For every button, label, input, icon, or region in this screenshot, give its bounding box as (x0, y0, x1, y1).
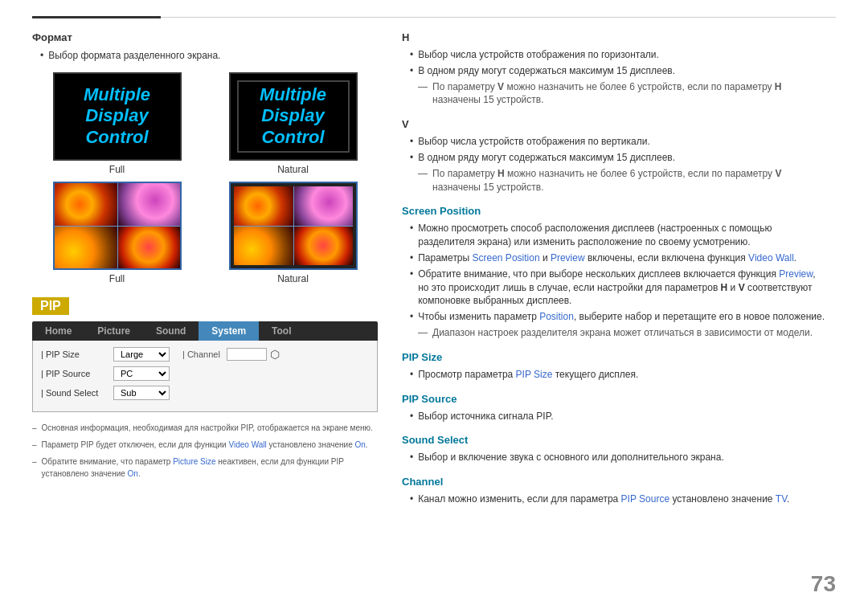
image-overlay-text-2: MultipleDisplayControl (260, 84, 326, 148)
format-grid: MultipleDisplayControl Full MultipleDisp… (32, 72, 378, 284)
sound-select-bullet: Выбор и включение звука с основного или … (402, 451, 828, 464)
format-section: Формат Выбор формата разделенного экрана… (32, 31, 378, 61)
pip-label: PIP (32, 297, 378, 321)
image-overlay-text: MultipleDisplayControl (84, 84, 150, 148)
sp-dash: Диапазон настроек разделителя экрана мож… (402, 326, 828, 340)
format-bullet: Выбор формата разделенного экрана. (32, 50, 378, 61)
pip-source-title: PIP Source (402, 393, 828, 405)
format-photo-full (53, 182, 182, 270)
left-column: Формат Выбор формата разделенного экрана… (32, 31, 378, 597)
screen-position-section: Screen Position Можно просмотреть способ… (402, 205, 828, 339)
v-bullet-2: В одном ряду могут содержаться максимум … (402, 151, 828, 165)
format-label-natural-text: Natural (277, 164, 309, 175)
format-item-photo-full: Full (32, 182, 202, 284)
h-section: H Выбор числа устройств отображения по г… (402, 31, 828, 107)
pip-size-row: | PIP Size Large Medium Small | Channel … (41, 347, 369, 362)
pip-source-section: PIP Source Выбор источника сигнала PIP. (402, 393, 828, 423)
h-bullet-2: В одном ряду могут содержаться максимум … (402, 64, 828, 78)
h-title: H (402, 31, 828, 43)
channel-title: Channel (402, 476, 828, 488)
screen-position-title: Screen Position (402, 205, 828, 217)
right-column: H Выбор числа устройств отображения по г… (402, 31, 836, 597)
format-title: Формат (32, 31, 378, 43)
h-bullet-1: Выбор числа устройств отображения по гор… (402, 48, 828, 62)
pip-section: PIP Home Picture Sound System Tool | PIP… (32, 297, 378, 412)
menu-item-home[interactable]: Home (32, 321, 84, 341)
grid-overlay (55, 183, 180, 268)
sp-bullet-4: Чтобы изменить параметр Position, выбери… (402, 310, 828, 324)
pip-notes: – Основная информация, необходимая для н… (32, 422, 378, 480)
pip-size-title: PIP Size (402, 351, 828, 363)
page-container: Формат Выбор формата разделенного экрана… (0, 0, 868, 613)
note-1: – Основная информация, необходимая для н… (32, 422, 378, 434)
pip-source-label: | PIP Source (41, 369, 113, 378)
pip-size-select[interactable]: Large Medium Small (113, 347, 170, 362)
channel-bullet: Канал можно изменить, если для параметра… (402, 492, 828, 506)
sound-select-title: Sound Select (402, 434, 828, 446)
channel-stepper[interactable]: ⬡ (270, 348, 280, 361)
pip-source-row: | PIP Source PC HDMI DVI (41, 366, 369, 381)
grid-overlay-natural (234, 186, 353, 265)
page-number: 73 (811, 571, 836, 597)
pip-size-section: PIP Size Просмотр параметра PIP Size тек… (402, 351, 828, 382)
divider-right (161, 17, 836, 18)
grid-line-v (117, 183, 118, 268)
h-dash: По параметру V можно назначить не более … (402, 80, 828, 108)
sp-bullet-2: Параметры Screen Position и Preview вклю… (402, 251, 828, 265)
sound-select-select[interactable]: Sub Main (113, 386, 170, 400)
format-image-natural-text: MultipleDisplayControl (229, 72, 358, 161)
v-bullet-1: Выбор числа устройств отображения по вер… (402, 135, 828, 149)
note-3: – Обратите внимание, что параметр Pictur… (32, 456, 378, 480)
menu-item-system[interactable]: System (199, 321, 259, 341)
v-dash: По параметру H можно назначить не более … (402, 167, 828, 194)
format-label-photo-natural: Natural (277, 273, 309, 284)
grid-v-nat (293, 186, 294, 265)
menu-item-tool[interactable]: Tool (259, 321, 304, 341)
sp-bullet-1: Можно просмотреть способ расположения ди… (402, 222, 828, 249)
sound-select-section: Sound Select Выбор и включение звука с о… (402, 434, 828, 464)
format-item-natural-text: MultipleDisplayControl Natural (208, 72, 378, 175)
note-2: – Параметр PIP будет отключен, если для … (32, 439, 378, 451)
main-content: Формат Выбор формата разделенного экрана… (32, 31, 836, 597)
pip-size-bullet: Просмотр параметра PIP Size текущего дис… (402, 368, 828, 382)
pip-menu-bar: Home Picture Sound System Tool (32, 321, 378, 341)
channel-section: Channel Канал можно изменить, если для п… (402, 476, 828, 506)
channel-label: | Channel (182, 349, 220, 359)
sound-select-label: | Sound Select (41, 388, 113, 398)
right-col-inner: H Выбор числа устройств отображения по г… (402, 31, 836, 506)
format-label-full-text: Full (109, 164, 125, 175)
divider-left (32, 16, 161, 18)
format-item-photo-natural: Natural (208, 182, 378, 284)
pip-source-bullet: Выбор источника сигнала PIP. (402, 410, 828, 423)
format-photo-natural (229, 182, 358, 270)
top-divider (32, 16, 836, 18)
natural-inner (234, 186, 353, 265)
v-section: V Выбор числа устройств отображения по в… (402, 118, 828, 194)
v-title: V (402, 118, 828, 130)
sp-bullet-3: Обратите внимание, что при выборе нескол… (402, 268, 828, 308)
pip-source-select[interactable]: PC HDMI DVI (113, 366, 170, 381)
format-label-photo-full: Full (109, 273, 125, 284)
channel-input[interactable] (227, 348, 267, 361)
menu-item-picture[interactable]: Picture (84, 321, 143, 341)
menu-item-sound[interactable]: Sound (143, 321, 199, 341)
format-item-full-text: MultipleDisplayControl Full (32, 72, 202, 175)
pip-size-label: | PIP Size (41, 349, 113, 359)
pip-menu-content: | PIP Size Large Medium Small | Channel … (32, 341, 378, 412)
format-image-full-text: MultipleDisplayControl (53, 72, 182, 161)
sound-select-row: | Sound Select Sub Main (41, 386, 369, 400)
